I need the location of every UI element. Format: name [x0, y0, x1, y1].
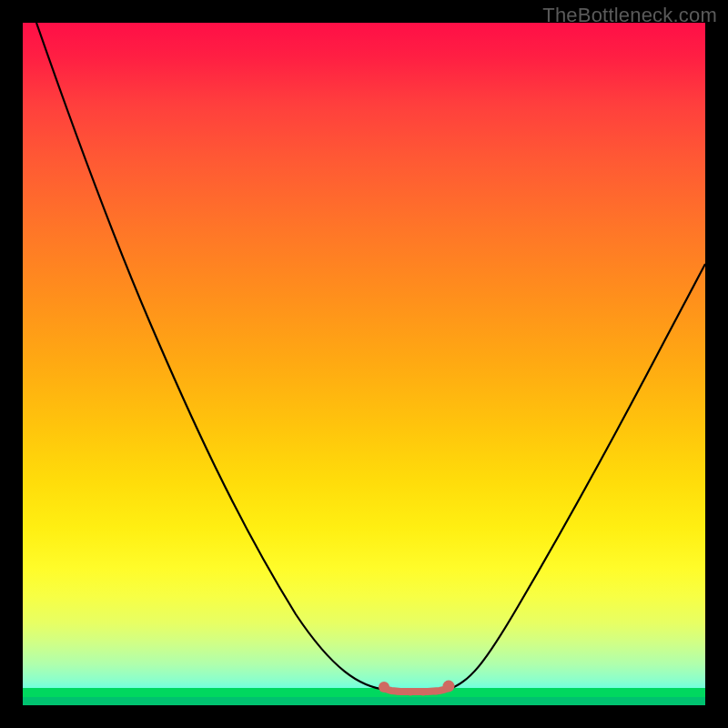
bottleneck-curve-right — [446, 264, 705, 690]
flat-segment-dot — [408, 690, 414, 696]
watermark-text: TheBottleneck.com — [542, 4, 717, 27]
bottleneck-curve-left — [36, 23, 387, 690]
plot-area — [23, 23, 705, 705]
flat-segment-dot — [420, 690, 427, 696]
chart-frame — [23, 23, 705, 705]
chart-svg — [23, 23, 705, 705]
flat-segment-endpoint-left — [379, 682, 389, 693]
flat-segment-dot — [395, 689, 401, 695]
flat-segment-endpoint-right — [443, 681, 455, 693]
flat-segment-dot — [433, 689, 440, 695]
